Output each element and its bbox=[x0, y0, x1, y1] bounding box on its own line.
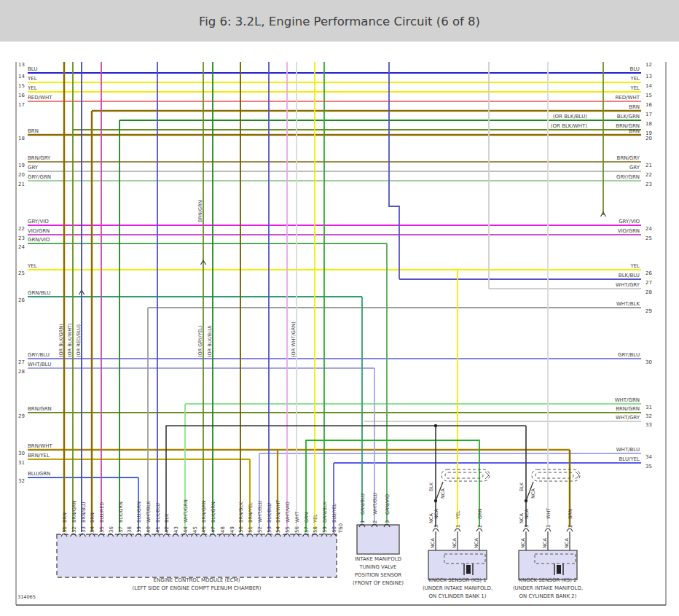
shield-symbol-inner bbox=[535, 472, 573, 478]
intake-sensor-caption: INTAKE MANIFOLD bbox=[355, 556, 401, 562]
ecm-caption: (LEFT SIDE OF ENGINE COMPT PLENUM CHAMBE… bbox=[133, 585, 262, 591]
edge-row-number: 16 bbox=[18, 93, 25, 98]
diagram-content: 1312BLU14BLU13YEL15YEL14YEL16YEL15RED/WH… bbox=[16, 62, 666, 605]
edge-row-number: 32 bbox=[18, 478, 25, 484]
wire-label-left: BRN/GRY bbox=[28, 155, 51, 161]
wire-label-left: VIO/GRN bbox=[28, 228, 50, 234]
pin-caret bbox=[433, 529, 439, 531]
edge-row-number: 21 bbox=[645, 163, 652, 168]
wire-label-right: GRY/BLU bbox=[618, 352, 640, 358]
wire-label-right: VIO/GRN bbox=[618, 228, 640, 234]
wire-run-BLK bbox=[166, 426, 526, 532]
ecm-pin-number: 33 bbox=[81, 526, 87, 533]
edge-row-number: 12 bbox=[645, 62, 652, 68]
ecm-pin-wire-label: BLU/YEL bbox=[331, 503, 337, 523]
ecm-pin-wire-label: BRN/GRN bbox=[201, 500, 207, 523]
ecm-pin-number: 59 bbox=[322, 526, 328, 533]
knock-sensor-caption: (UNDER INTAKE MANIFOLD, bbox=[513, 585, 583, 591]
ecm-pin-number: 37 bbox=[118, 526, 124, 533]
ecm-pin-number: 47 bbox=[211, 526, 216, 533]
figure-title: Fig 6: 3.2L, Engine Performance Circuit … bbox=[199, 15, 480, 28]
wire-label-left: GRY/GRN bbox=[28, 174, 51, 180]
sensor-pin-wire-label: GRN/BLU bbox=[360, 494, 366, 515]
knock-sensor-caption: ON CYLINDER BANK 1) bbox=[429, 593, 487, 599]
ecm-pin-number: 31 bbox=[62, 526, 68, 533]
nca-stub-label: NCA bbox=[520, 538, 526, 548]
ecm-pin-number: 46 bbox=[201, 526, 207, 533]
sensor-pin-wire-label: NCA bbox=[524, 509, 530, 519]
ecm-pin-wire-label: BLK/BLU bbox=[155, 503, 161, 523]
knock-sensor-caption: ON CYLINDER BANK 2) bbox=[519, 593, 577, 599]
wire-alt-color-note: (OR BLK/WHT) bbox=[551, 123, 587, 129]
wire-label-left: GRY/BLU bbox=[28, 352, 50, 358]
wire-label-vertical: BLK bbox=[428, 482, 434, 491]
wire-label-vertical: BRN/GRN bbox=[197, 200, 203, 222]
knock-sensor-2-box bbox=[519, 550, 577, 580]
intake-sensor-caption: POSITION SENSOR bbox=[355, 572, 402, 578]
nca-stub-label: NCA bbox=[452, 538, 458, 548]
edge-row-number: 15 bbox=[18, 83, 25, 89]
ecm-pin-number: 34 bbox=[90, 526, 95, 533]
pin-caret bbox=[455, 529, 460, 531]
ecm-pin-number: 43 bbox=[173, 526, 179, 533]
edge-row-number: 20 bbox=[645, 136, 652, 141]
nca-stub-label: NCA bbox=[474, 538, 479, 548]
wire-label-vertical: BLK bbox=[519, 482, 525, 491]
sensor-pin-wire-label: NCA bbox=[433, 509, 439, 519]
nca-stub-label: NCA bbox=[430, 538, 436, 548]
sensor-pin-wire-label: GRN bbox=[477, 508, 483, 519]
wire-alt-color-note: (OR GRY/YEL) bbox=[197, 325, 203, 357]
sensor-pin-wire-label: BRN bbox=[568, 509, 573, 519]
ecm-pin-number: 53 bbox=[267, 526, 272, 533]
wire-alt-color-note: (OR RED/BLU) bbox=[76, 324, 82, 357]
ecm-pin-number: 45 bbox=[192, 526, 198, 533]
wire-label-right: WHT/GRY bbox=[616, 282, 640, 288]
wire-label-right: WHT/GRN bbox=[615, 397, 640, 403]
wire-label-left: YEL bbox=[27, 76, 37, 82]
wire-label-left: BLU/GRN bbox=[28, 471, 50, 477]
wire-label-left: BLU bbox=[28, 66, 37, 72]
figure-page: Fig 6: 3.2L, Engine Performance Circuit … bbox=[0, 0, 679, 616]
wire-label-right: BLU bbox=[630, 66, 640, 72]
ecm-pin-number: 60 bbox=[331, 526, 337, 533]
wire-label-left: GRN/BLU bbox=[28, 290, 50, 296]
ecm-pin-wire-label: BRN/BLK bbox=[238, 502, 244, 523]
sensor-pin-number: 3 bbox=[524, 525, 530, 528]
wire-label-left: YEL bbox=[27, 85, 37, 91]
sensor-pin-number: 1 bbox=[546, 525, 552, 528]
ecm-pin-wire-label: YEL bbox=[313, 514, 318, 523]
ecm-box bbox=[57, 534, 337, 577]
ecm-pin-wire-label: WHT/VIO bbox=[285, 502, 291, 523]
wire-label-right: BRN bbox=[629, 104, 640, 110]
edge-row-number: 33 bbox=[645, 422, 652, 428]
sensor-pin-number: 2 bbox=[568, 525, 573, 528]
edge-row-number: 20 bbox=[18, 172, 25, 178]
shield-arrow-icon bbox=[485, 472, 489, 479]
edge-row-number: 30 bbox=[645, 359, 652, 365]
ecm-pin-wire-label: BLU/RED bbox=[99, 502, 105, 523]
sensor-pin-number: 1 bbox=[455, 525, 461, 528]
wire-label-right: YEL bbox=[629, 263, 640, 269]
ecm-pin-number: 44 bbox=[183, 526, 189, 533]
intake-sensor-box bbox=[357, 525, 399, 554]
ecm-pin-number: 55 bbox=[285, 526, 291, 533]
wire-label-left: RED/WHT bbox=[28, 95, 52, 101]
ecm-pin-number: 57 bbox=[304, 526, 310, 533]
edge-row-number: 14 bbox=[645, 83, 652, 89]
ecm-pin-number: 52 bbox=[257, 526, 263, 533]
wire-label-right: YEL bbox=[629, 76, 640, 82]
ecm-pin-wire-label: BLK/GRN bbox=[211, 502, 216, 523]
pin-caret bbox=[523, 529, 529, 531]
edge-row-number: 18 bbox=[18, 136, 25, 141]
intake-sensor-caption: (FRONT OF ENGINE) bbox=[353, 580, 404, 586]
ecm-connector-id: T60 bbox=[338, 523, 344, 534]
ecm-pin-wire-label: BRN/WHT bbox=[275, 500, 281, 523]
ecm-pin-number: 51 bbox=[248, 526, 254, 533]
wire-label-right: BRN bbox=[629, 128, 640, 134]
pin-caret bbox=[545, 529, 551, 531]
sensor-pin-number: 2 bbox=[372, 521, 378, 523]
ecm-pin-wire-label: WHT bbox=[294, 512, 300, 523]
edge-row-number: 32 bbox=[645, 413, 652, 419]
edge-row-number: 17 bbox=[18, 102, 25, 108]
wire-label-right: WHT/GRY bbox=[616, 415, 640, 421]
